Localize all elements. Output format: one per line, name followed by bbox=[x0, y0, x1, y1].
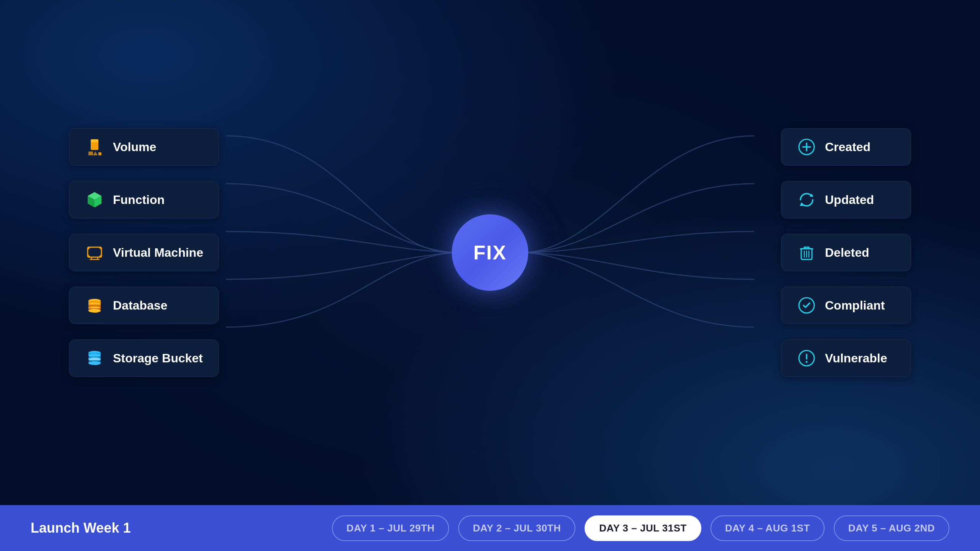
function-node[interactable]: Function bbox=[69, 181, 219, 218]
shield-check-icon bbox=[797, 295, 817, 315]
volume-node[interactable]: Volume bbox=[69, 128, 219, 166]
updated-label: Updated bbox=[825, 193, 874, 207]
vulnerable-node[interactable]: Vulnerable bbox=[781, 339, 911, 377]
svg-rect-1 bbox=[91, 139, 98, 142]
updated-node[interactable]: Updated bbox=[781, 181, 911, 218]
launch-week-title: Launch Week 1 bbox=[31, 520, 131, 536]
compliant-label: Compliant bbox=[825, 298, 885, 313]
database-node[interactable]: Database bbox=[69, 287, 219, 324]
database-label: Database bbox=[113, 298, 167, 313]
created-label: Created bbox=[825, 140, 871, 154]
left-nodes: Volume Function bbox=[69, 128, 219, 377]
day3-tab[interactable]: DAY 3 – JUL 31ST bbox=[585, 515, 701, 541]
main-diagram-area: .conn-line { fill: none; stroke: #2a4070… bbox=[0, 0, 980, 505]
svg-rect-2 bbox=[88, 152, 93, 155]
svg-point-30 bbox=[806, 361, 808, 363]
vm-label: Virtual Machine bbox=[113, 246, 203, 260]
alert-circle-icon bbox=[797, 348, 817, 368]
bottom-bar: Launch Week 1 DAY 1 – JUL 29TH DAY 2 – J… bbox=[0, 505, 980, 551]
storage-label: Storage Bucket bbox=[113, 351, 203, 365]
volume-icon bbox=[85, 137, 105, 157]
day4-tab[interactable]: DAY 4 – AUG 1ST bbox=[710, 515, 825, 541]
vm-node[interactable]: Virtual Machine bbox=[69, 234, 219, 271]
svg-rect-4 bbox=[98, 152, 101, 155]
page-content: .conn-line { fill: none; stroke: #2a4070… bbox=[0, 0, 980, 551]
day2-tab[interactable]: DAY 2 – JUL 30TH bbox=[458, 515, 575, 541]
day5-tab[interactable]: DAY 5 – AUG 2ND bbox=[834, 515, 949, 541]
svg-point-23 bbox=[88, 361, 101, 365]
storage-icon bbox=[85, 348, 105, 368]
vulnerable-label: Vulnerable bbox=[825, 351, 887, 365]
volume-label: Volume bbox=[113, 140, 156, 154]
svg-rect-9 bbox=[88, 247, 101, 257]
vm-icon bbox=[85, 243, 105, 262]
refresh-icon bbox=[797, 190, 817, 210]
plus-circle-icon bbox=[797, 137, 817, 157]
function-label: Function bbox=[113, 193, 165, 207]
day1-tab[interactable]: DAY 1 – JUL 29TH bbox=[332, 515, 449, 541]
center-fix-node: FIX bbox=[452, 214, 528, 291]
deleted-label: Deleted bbox=[825, 246, 869, 260]
center-label: FIX bbox=[474, 241, 507, 264]
storage-node[interactable]: Storage Bucket bbox=[69, 339, 219, 377]
database-icon bbox=[85, 295, 105, 315]
trash-icon bbox=[797, 243, 817, 262]
svg-point-16 bbox=[88, 309, 101, 313]
right-nodes: Created Updated bbox=[781, 128, 911, 377]
deleted-node[interactable]: Deleted bbox=[781, 234, 911, 271]
compliant-node[interactable]: Compliant bbox=[781, 287, 911, 324]
function-icon bbox=[85, 190, 105, 210]
svg-marker-3 bbox=[93, 152, 98, 155]
created-node[interactable]: Created bbox=[781, 128, 911, 166]
day-tabs: DAY 1 – JUL 29TH DAY 2 – JUL 30TH DAY 3 … bbox=[332, 515, 949, 541]
